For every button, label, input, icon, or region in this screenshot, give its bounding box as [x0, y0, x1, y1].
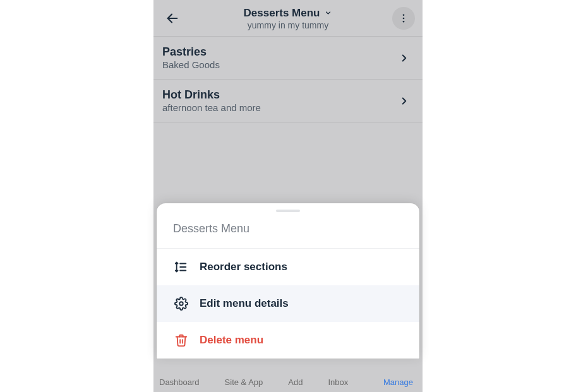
- nav-inbox[interactable]: Inbox: [328, 377, 348, 387]
- header-title-group[interactable]: Desserts Menu yummy in my tummy: [244, 6, 333, 30]
- more-vertical-icon: [397, 11, 411, 25]
- reorder-icon: [174, 260, 188, 274]
- trash-icon: [174, 333, 188, 347]
- nav-dashboard[interactable]: Dashboard: [159, 377, 200, 387]
- action-sheet: Desserts Menu Reorder sections Edit menu…: [157, 203, 419, 359]
- page-subtitle: yummy in my tummy: [244, 20, 333, 30]
- sheet-item-edit[interactable]: Edit menu details: [157, 285, 419, 322]
- arrow-left-icon: [165, 11, 179, 25]
- section-title: Pastries: [162, 45, 220, 59]
- sheet-title: Desserts Menu: [157, 216, 419, 249]
- sheet-item-reorder[interactable]: Reorder sections: [157, 249, 419, 285]
- sheet-item-label: Delete menu: [200, 334, 263, 347]
- section-row-pastries[interactable]: Pastries Baked Goods: [153, 37, 423, 80]
- nav-manage[interactable]: Manage: [383, 377, 413, 387]
- page-title: Desserts Menu: [244, 6, 320, 19]
- nav-add[interactable]: Add: [288, 377, 303, 387]
- chevron-down-icon: [323, 8, 332, 17]
- svg-point-2: [403, 17, 405, 19]
- back-button[interactable]: [161, 7, 184, 30]
- sheet-item-label: Edit menu details: [200, 297, 289, 310]
- sheet-handle[interactable]: [276, 210, 300, 212]
- sheet-item-label: Reorder sections: [200, 261, 287, 273]
- section-subtitle: Baked Goods: [162, 59, 220, 70]
- more-options-button[interactable]: [392, 7, 415, 30]
- chevron-right-icon: [397, 94, 411, 108]
- svg-point-7: [179, 302, 183, 306]
- header-bar: Desserts Menu yummy in my tummy: [153, 0, 423, 37]
- svg-point-1: [403, 14, 405, 16]
- nav-site-app[interactable]: Site & App: [225, 377, 263, 387]
- svg-point-3: [403, 20, 405, 22]
- chevron-right-icon: [397, 51, 411, 65]
- bottom-nav-strip: Dashboard Site & App Add Inbox Manage: [157, 377, 419, 392]
- section-subtitle: afternoon tea and more: [162, 102, 261, 113]
- section-title: Hot Drinks: [162, 88, 261, 102]
- gear-icon: [174, 297, 188, 311]
- section-row-hot-drinks[interactable]: Hot Drinks afternoon tea and more: [153, 80, 423, 122]
- sheet-item-delete[interactable]: Delete menu: [157, 322, 419, 359]
